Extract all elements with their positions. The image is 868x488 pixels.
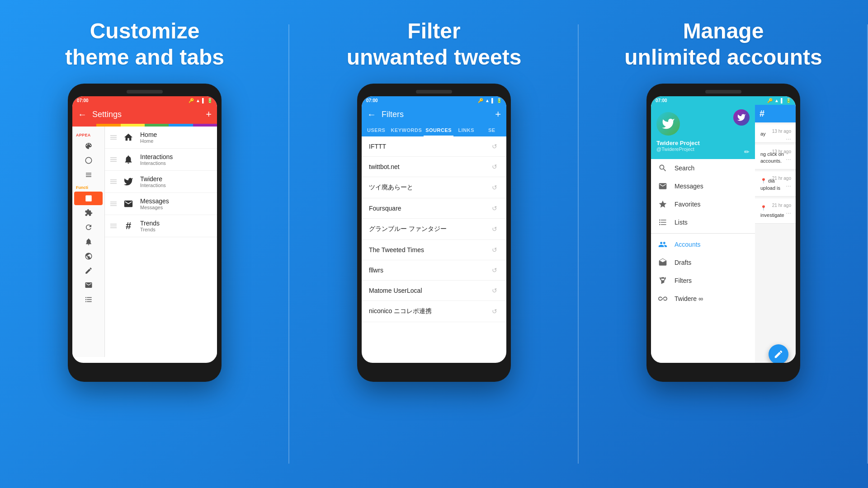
palette-icon [85, 142, 93, 150]
settings-item-interactions[interactable]: Interactions Interactions [105, 149, 217, 171]
filter-item-tsuihai[interactable]: ツイ廃あらーと ↺ [362, 177, 506, 198]
signal-icon-3: ▌ [781, 98, 784, 103]
layers-icon [85, 171, 93, 179]
filter-name-foursquare: Foursquare [369, 205, 488, 212]
panel-customize: Customizetheme and tabs 07:00 🔑 ▲ ▌ 🔋 ← … [0, 0, 289, 488]
drawer-nav-favorites[interactable]: Favorites [651, 195, 755, 213]
signal-icon-1: ▌ [202, 98, 205, 103]
functi-label: Functi [72, 183, 104, 191]
filter-item-foursquare[interactable]: Foursquare ↺ [362, 198, 506, 219]
sidebar-list-icon[interactable] [72, 293, 104, 306]
timeline-toolbar: # [755, 105, 796, 122]
drawer-nav-twidere-inf[interactable]: Twidere ∞ [651, 290, 755, 308]
filter-item-twittbot[interactable]: twittbot.net ↺ [362, 157, 506, 177]
trends-item-icon: # [122, 220, 135, 232]
tweet-card-1: 13 hr ago ··· ay [755, 124, 796, 142]
sync-icon-matome: ↺ [492, 287, 499, 294]
drawer-nav-filters[interactable]: Filters [651, 272, 755, 290]
sidebar-edit-icon[interactable] [72, 264, 104, 277]
more-btn-3[interactable]: ··· [786, 182, 791, 189]
trends-item-text: Trends Trends [140, 220, 212, 232]
notch-bar-1 [72, 90, 217, 94]
drawer-avatar-secondary [733, 109, 750, 126]
compose-icon [774, 349, 783, 359]
more-btn-1[interactable]: ··· [786, 135, 791, 142]
notch-bar-3 [651, 90, 796, 94]
hash-item-icon: # [126, 220, 131, 232]
filter-item-niconico[interactable]: niconico ニコレポ連携 ↺ [362, 301, 506, 322]
settings-item-home[interactable]: Home Home [105, 127, 217, 149]
drawer-user-handle: @TwidereProject [656, 146, 700, 152]
avatar-bg [656, 112, 680, 136]
panel1-title: Customizetheme and tabs [65, 18, 224, 70]
speaker-3 [705, 90, 741, 94]
settings-title: Settings [92, 110, 206, 119]
sidebar-plugins-icon[interactable] [72, 206, 104, 220]
sidebar-appearance-icon[interactable] [72, 139, 104, 153]
drawer-nav-drafts[interactable]: Drafts [651, 253, 755, 272]
screen-2: 07:00 🔑 ▲ ▌ 🔋 ← Filters + USERS KEYWORDS… [362, 96, 506, 363]
speaker-1 [127, 90, 163, 94]
filter-name-ifttt: IFTTT [369, 143, 488, 150]
sidebar-notifications-icon[interactable] [72, 235, 104, 249]
list-sidebar-icon [85, 296, 93, 304]
filter-item-matome[interactable]: Matome UserLocal ↺ [362, 281, 506, 301]
tweet-time-4: 21 hr ago [772, 203, 791, 208]
settings-sidebar: Appea Functi [72, 127, 105, 357]
theme-icon [85, 156, 93, 164]
settings-item-messages[interactable]: Messages Messages [105, 193, 217, 215]
settings-sections: Appea Functi [72, 127, 217, 357]
drawer-nav-lists[interactable]: Lists [651, 213, 755, 231]
filter-name-fllwrs: fllwrs [369, 267, 488, 274]
drawer-nav-messages[interactable]: Messages [651, 177, 755, 195]
settings-back-button[interactable]: ← [78, 109, 87, 120]
filter-item-tweeted-times[interactable]: The Tweeted Times ↺ [362, 240, 506, 260]
filters-nav-icon [658, 276, 667, 285]
filter-name-tweeted-times: The Tweeted Times [369, 246, 488, 253]
drawer-nav-search[interactable]: Search [651, 159, 755, 177]
sync-icon-ifttt: ↺ [492, 143, 499, 150]
messages-item-sub: Messages [140, 205, 212, 210]
battery-icon-2: 🔋 [496, 98, 502, 103]
drag-handle-interactions [110, 157, 117, 162]
filters-add-button[interactable]: + [495, 108, 501, 120]
timeline-area: # 13 hr ago ··· ay 13 hr ago ··· ng clic… [755, 105, 796, 363]
filters-back-button[interactable]: ← [367, 109, 376, 120]
more-btn-2[interactable]: ··· [786, 155, 791, 163]
settings-item-twidere[interactable]: Twidere Interactions [105, 171, 217, 193]
drag-handle-trends [110, 224, 117, 228]
key-icon-3: 🔑 [767, 98, 773, 103]
screen-3: 07:00 🔑 ▲ ▌ 🔋 [651, 96, 796, 363]
hash-timeline-icon: # [760, 108, 764, 119]
lists-nav-icon [658, 218, 667, 227]
drag-handle-messages [110, 202, 117, 206]
drawer-nav-accounts[interactable]: Accounts [651, 235, 755, 253]
filter-tab-keywords[interactable]: KEYWORDS [389, 124, 424, 136]
tweet-time-1: 13 hr ago [772, 129, 791, 134]
sidebar-refresh-icon[interactable] [72, 221, 104, 234]
sidebar-tabs-icon[interactable] [72, 168, 104, 182]
sidebar-active-icon[interactable] [74, 192, 103, 205]
panel2-title: Filterunwanted tweets [347, 18, 522, 70]
puzzle-icon [85, 209, 93, 217]
sidebar-email-icon[interactable] [72, 278, 104, 292]
drag-handle-home [110, 135, 117, 140]
sidebar-globe-icon[interactable] [72, 249, 104, 263]
sidebar-theme-icon[interactable] [72, 154, 104, 167]
settings-item-trends[interactable]: # Trends Trends [105, 215, 217, 237]
drawer-edit-button[interactable]: ✏ [744, 148, 750, 155]
phone-3: 07:00 🔑 ▲ ▌ 🔋 [646, 84, 800, 382]
speaker-2 [416, 90, 452, 94]
filter-item-granblu[interactable]: グランブルー ファンタジー ↺ [362, 219, 506, 240]
more-btn-4[interactable]: ··· [786, 209, 791, 216]
filter-item-ifttt[interactable]: IFTTT ↺ [362, 136, 506, 157]
settings-add-button[interactable]: + [206, 108, 212, 120]
filter-item-fllwrs[interactable]: fllwrs ↺ [362, 260, 506, 281]
filter-tab-se[interactable]: SE [479, 124, 505, 136]
filter-tab-links[interactable]: LINKS [453, 124, 479, 136]
sync-icon-niconico: ↺ [492, 308, 499, 315]
signal-icon-2: ▌ [491, 98, 495, 103]
compose-fab[interactable] [769, 344, 788, 363]
filter-tab-sources[interactable]: SOURCES [424, 124, 453, 136]
filter-tab-users[interactable]: USERS [363, 124, 389, 136]
